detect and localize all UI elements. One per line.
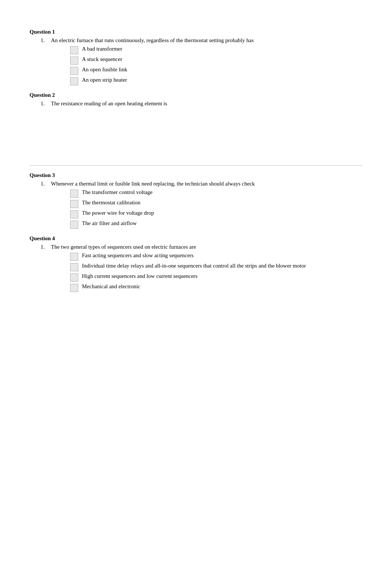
answer-checkbox[interactable] [70, 210, 78, 218]
item-question-text: The two general types of sequencers used… [51, 244, 196, 250]
answer-checkbox[interactable] [70, 253, 78, 261]
item-number: 1. [41, 244, 51, 250]
answer-checkbox[interactable] [70, 221, 78, 229]
item-question-text: The resistance reading of an open heatin… [51, 101, 167, 107]
answer-text: Fast acting sequencers and slow acting s… [82, 252, 362, 259]
answer-row: Fast acting sequencers and slow acting s… [70, 252, 362, 261]
answer-text: A bad transformer [82, 46, 362, 52]
question-label-3: Question 3 [30, 172, 362, 178]
question-item-4: 1.The two general types of sequencers us… [41, 244, 362, 292]
answer-row: The air filter and airflow [70, 220, 362, 229]
question-item-3: 1.Whenever a thermal limit or fusible li… [41, 181, 362, 229]
question-item-2: 1.The resistance reading of an open heat… [41, 101, 362, 107]
answer-checkbox[interactable] [70, 77, 78, 85]
answer-row: A bad transformer [70, 46, 362, 54]
answer-row: The power wire for voltage drop [70, 210, 362, 218]
answer-text: The power wire for voltage drop [82, 210, 362, 216]
answer-checkbox[interactable] [70, 200, 78, 208]
question-item-1: 1.An electric furnace that runs continuo… [41, 37, 362, 85]
item-number: 1. [41, 37, 51, 44]
answer-row: An open fusible link [70, 67, 362, 75]
answer-text: An open strip heater [82, 77, 362, 83]
answer-text: The thermostat calibration [82, 200, 362, 206]
section-divider [30, 165, 362, 166]
answer-text: An open fusible link [82, 67, 362, 73]
answer-checkbox[interactable] [70, 46, 78, 54]
answer-checkbox[interactable] [70, 263, 78, 271]
answer-row: A stuck sequencer [70, 56, 362, 65]
answer-list: The transformer control voltageThe therm… [70, 189, 362, 229]
item-question-text: Whenever a thermal limit or fusible link… [51, 181, 255, 187]
answer-row: The transformer control voltage [70, 189, 362, 198]
question-label-1: Question 1 [30, 29, 362, 35]
answer-text: A stuck sequencer [82, 56, 362, 62]
answer-row: The thermostat calibration [70, 200, 362, 208]
item-number: 1. [41, 181, 51, 187]
answer-checkbox[interactable] [70, 67, 78, 75]
answer-text: Mechanical and electronic [82, 283, 362, 290]
answer-checkbox[interactable] [70, 273, 78, 282]
answer-row: Individual time delay relays and all-in-… [70, 263, 362, 271]
answer-list: Fast acting sequencers and slow acting s… [70, 252, 362, 292]
answer-row: An open strip heater [70, 77, 362, 85]
answer-text: Individual time delay relays and all-in-… [82, 263, 362, 269]
item-number: 1. [41, 101, 51, 107]
question-label-4: Question 4 [30, 235, 362, 242]
answer-text: The air filter and airflow [82, 220, 362, 227]
answer-text: High current sequencers and low current … [82, 273, 362, 279]
answer-checkbox[interactable] [70, 57, 78, 65]
question-label-2: Question 2 [30, 92, 362, 98]
answer-checkbox[interactable] [70, 284, 78, 292]
answer-list: A bad transformerA stuck sequencerAn ope… [70, 46, 362, 85]
answer-checkbox[interactable] [70, 190, 78, 198]
answer-row: High current sequencers and low current … [70, 273, 362, 282]
item-question-text: An electric furnace that runs continuous… [51, 37, 254, 44]
answer-row: Mechanical and electronic [70, 283, 362, 292]
answer-text: The transformer control voltage [82, 189, 362, 195]
